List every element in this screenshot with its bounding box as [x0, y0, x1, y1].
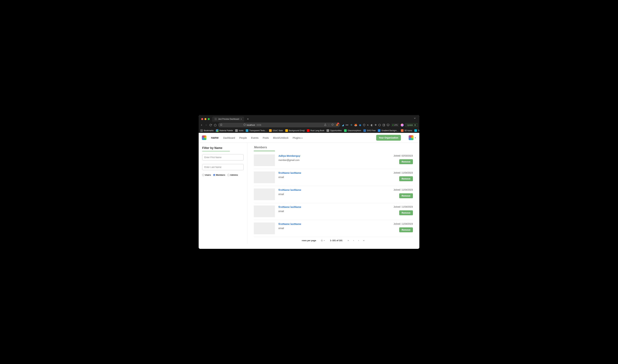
extensions-icon[interactable]	[378, 124, 381, 126]
bookmarks-bar: BookmarksMaterial PaletteIconsTransparen…	[199, 128, 419, 133]
page-last-icon[interactable]	[363, 239, 365, 242]
ext-icon-shield[interactable]	[363, 124, 366, 126]
bookmark-item[interactable]: Gradient Backgro…	[378, 129, 398, 132]
new-tab-button[interactable]: +	[246, 117, 250, 121]
bookmark-outline-icon[interactable]	[220, 124, 222, 126]
rows-per-page-select[interactable]: -1	[321, 239, 326, 242]
share-icon[interactable]	[324, 124, 326, 126]
member-name-link[interactable]: firstName lastName	[278, 188, 380, 191]
window-maximize-icon[interactable]	[208, 118, 210, 120]
ext-icon-paint[interactable]: ◢	[342, 123, 344, 127]
nav-plugins[interactable]: Plugins▼	[293, 136, 303, 139]
your-organization-button[interactable]: Your Organization	[376, 135, 401, 141]
profile-avatar	[409, 135, 414, 140]
bookmark-item[interactable]: Icons	[235, 129, 243, 132]
bookmark-item[interactable]: 3D Icons	[401, 129, 412, 132]
window-close-icon[interactable]	[201, 118, 203, 120]
bookmark-favicon	[235, 129, 238, 132]
bookmark-favicon	[363, 129, 366, 132]
member-avatar	[254, 188, 275, 200]
bookmark-favicon	[378, 129, 381, 132]
ext-icon-docker[interactable]: ◉	[359, 123, 361, 127]
bookmark-label: Bookmarks	[204, 130, 214, 132]
first-name-input[interactable]	[202, 154, 244, 160]
bookmark-item[interactable]: Rust Lang Book	[307, 129, 324, 132]
nav-forward-icon[interactable]	[205, 124, 207, 126]
bookmark-item[interactable]: Glassmorphism	[344, 129, 361, 132]
ext-icon-snow[interactable]: ❄	[375, 123, 377, 127]
window-minimize-icon[interactable]	[204, 118, 206, 120]
remove-button[interactable]: Remove	[399, 159, 413, 164]
close-icon[interactable]: ×	[240, 118, 242, 120]
member-name-link[interactable]: Aditya Memberguy	[278, 155, 380, 157]
page-next-icon[interactable]	[357, 239, 360, 242]
pagination-range: 1–101 of 101	[330, 239, 342, 242]
info-icon[interactable]	[243, 124, 246, 126]
radio-members[interactable]: Members	[213, 174, 225, 176]
home-icon[interactable]	[214, 124, 216, 126]
member-name-link[interactable]: firstName lastName	[278, 171, 380, 174]
reload-icon[interactable]	[209, 124, 212, 126]
remove-button[interactable]: Remove	[399, 193, 413, 198]
app-logo-icon	[202, 135, 206, 140]
radio-admins[interactable]: Admins	[227, 174, 238, 176]
ext-icon-fox[interactable]: 🦊	[354, 123, 357, 127]
page-prev-icon[interactable]	[352, 239, 355, 242]
browser-tab[interactable]: Jest Preview Dashboard ×	[212, 117, 244, 122]
bookmark-item[interactable]: Material Palette	[216, 129, 233, 132]
ext-icon-glasses[interactable]: 👓	[345, 123, 349, 127]
remove-button[interactable]: Remove	[399, 227, 413, 232]
panels-icon[interactable]	[382, 124, 385, 126]
chevron-down-icon[interactable]	[414, 117, 418, 121]
bookmark-item[interactable]: Bookmarks	[200, 129, 214, 132]
bookmark-item[interactable]: GSoC Stats	[269, 129, 283, 132]
nav-links: Dashboard People Events Posts Block/Unbl…	[223, 136, 303, 139]
remove-button[interactable]: Remove	[399, 210, 413, 215]
remove-button[interactable]: Remove	[399, 176, 413, 181]
sidebar: Filter by Name Users Members Admins	[199, 143, 247, 244]
bookmark-label: Material Palette	[219, 130, 233, 132]
warning-badge-icon[interactable]	[336, 124, 338, 126]
nav-people[interactable]: People	[239, 136, 247, 139]
url-bar[interactable]: localhost:3336 |	[218, 123, 340, 127]
nav-posts[interactable]: Posts	[263, 136, 269, 139]
update-button[interactable]: Update	[405, 123, 418, 127]
member-name-link[interactable]: firstName lastName	[278, 222, 380, 225]
ext-icon-code[interactable]: C:	[367, 124, 369, 126]
bookmark-item[interactable]: Transparent Textu…	[246, 129, 267, 132]
content-area: Filter by Name Users Members Admins Memb…	[199, 143, 419, 249]
nav-block-unblock[interactable]: Block/Unblock	[273, 136, 289, 139]
bookmark-favicon	[414, 129, 417, 132]
profile-menu[interactable]: ▼	[409, 135, 416, 140]
bookmark-item[interactable]: Tailwind CSS Text…	[414, 129, 419, 132]
page-first-icon[interactable]	[347, 239, 349, 242]
nav-dashboard[interactable]: Dashboard	[223, 136, 235, 139]
browser-window: Jest Preview Dashboard × + localhost:333…	[199, 115, 419, 249]
member-row: firstName lastName email Joined: 11/04/2…	[254, 203, 413, 220]
bookmark-label: Background Emoji	[289, 130, 305, 132]
ext-icon-moon[interactable]: ◐	[371, 123, 373, 127]
nav-events[interactable]: Events	[251, 136, 259, 139]
bookmark-item[interactable]: Opportunities	[327, 129, 342, 132]
profile-avatar-icon[interactable]	[401, 124, 404, 127]
bookmark-favicon	[344, 129, 347, 132]
caret-down-icon: ▼	[414, 137, 416, 139]
bookmark-item[interactable]: SVG Free	[363, 129, 376, 132]
vpn-pill[interactable]: VPN	[391, 124, 399, 127]
radio-users[interactable]: Users	[202, 174, 211, 176]
bookmark-label: Transparent Textu…	[249, 130, 267, 132]
bookmark-label: 3D Icons	[404, 130, 412, 132]
ext-icon-react[interactable]: ⚛	[350, 123, 353, 127]
last-name-input[interactable]	[202, 164, 244, 170]
caret-down-icon: ▼	[301, 137, 303, 139]
member-email: email	[278, 176, 380, 178]
bookmark-favicon	[269, 129, 272, 132]
device-icon[interactable]	[387, 124, 389, 126]
member-name-link[interactable]: firstName lastName	[278, 206, 380, 208]
shield-icon[interactable]	[331, 124, 334, 126]
member-row: Aditya Memberguy member@gmail.com Joined…	[254, 152, 413, 169]
filter-radios: Users Members Admins	[202, 174, 244, 176]
bookmark-item[interactable]: Background Emoji	[285, 129, 305, 132]
member-email: email	[278, 227, 380, 230]
nav-back-icon[interactable]	[200, 124, 203, 126]
